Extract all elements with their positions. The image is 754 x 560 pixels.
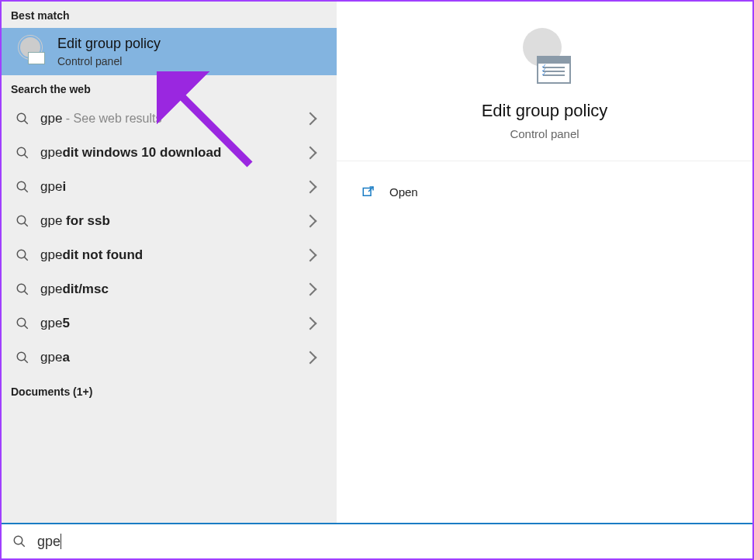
web-result-3[interactable]: gpe for ssb [2,204,337,238]
web-result-7[interactable]: gpea [2,340,337,375]
web-result-label: gpe5 [40,316,295,331]
search-icon [16,282,29,296]
svg-point-6 [17,216,26,224]
best-match-title: Edit group policy [57,36,161,52]
svg-line-5 [24,188,28,192]
svg-line-9 [24,257,28,261]
search-icon [16,248,29,262]
web-result-6[interactable]: gpe5 [2,306,337,340]
search-icon [16,214,29,228]
svg-rect-16 [363,188,371,196]
svg-point-8 [17,250,26,258]
search-input[interactable]: gpe [37,534,61,550]
svg-point-17 [14,536,22,544]
svg-point-4 [17,181,26,190]
chevron-right-icon [304,317,317,330]
chevron-right-icon [304,215,317,228]
chevron-right-icon [304,249,317,262]
group-policy-icon [17,37,47,67]
open-icon [361,185,375,199]
search-web-header: Search the web [2,75,337,102]
detail-title: Edit group policy [482,101,608,121]
best-match-subtitle: Control panel [57,55,161,67]
web-results-list: gpe - See web resultsgpedit windows 10 d… [2,102,337,375]
chevron-right-icon [304,351,317,365]
search-icon [16,112,29,126]
svg-line-11 [24,291,28,295]
web-result-label: gpedit not found [40,247,295,263]
web-result-5[interactable]: gpedit/msc [2,272,337,306]
chevron-right-icon [304,181,317,194]
svg-line-18 [21,543,25,547]
chevron-right-icon [304,147,317,160]
text-cursor [61,534,61,549]
open-label: Open [389,185,418,199]
detail-panel: Edit group policy Control panel Open [337,2,752,523]
web-result-4[interactable]: gpedit not found [2,238,337,272]
search-icon [16,351,29,365]
search-icon [16,316,29,330]
search-icon [12,534,26,548]
web-result-label: gpei [40,179,295,195]
web-result-label: gpedit/msc [40,282,295,297]
svg-point-10 [17,284,26,292]
web-result-label: gpe - See web results [40,111,295,126]
search-bar[interactable]: gpe [2,523,752,558]
search-icon [16,146,29,160]
web-result-label: gpea [40,350,295,365]
chevron-right-icon [304,283,317,296]
search-icon [16,180,29,194]
svg-point-12 [17,318,26,327]
results-panel: Best match Edit group policy Control pan… [2,2,337,523]
best-match-result[interactable]: Edit group policy Control panel [2,28,337,75]
chevron-right-icon [304,112,317,126]
documents-header: Documents (1+) [2,375,337,409]
web-result-0[interactable]: gpe - See web results [2,102,337,136]
svg-line-1 [24,120,28,124]
web-result-1[interactable]: gpedit windows 10 download [2,136,337,170]
web-result-label: gpe for ssb [40,213,295,229]
svg-point-14 [17,352,26,361]
svg-line-7 [24,223,28,226]
detail-subtitle: Control panel [510,127,579,140]
web-result-2[interactable]: gpei [2,170,337,204]
open-action[interactable]: Open [337,177,752,206]
group-policy-large-icon [514,25,576,87]
svg-line-13 [24,325,28,329]
svg-line-15 [24,359,28,363]
web-result-label: gpedit windows 10 download [40,145,295,161]
svg-point-2 [17,147,26,156]
svg-point-0 [17,113,26,122]
best-match-header: Best match [2,2,337,28]
svg-line-3 [24,154,28,158]
